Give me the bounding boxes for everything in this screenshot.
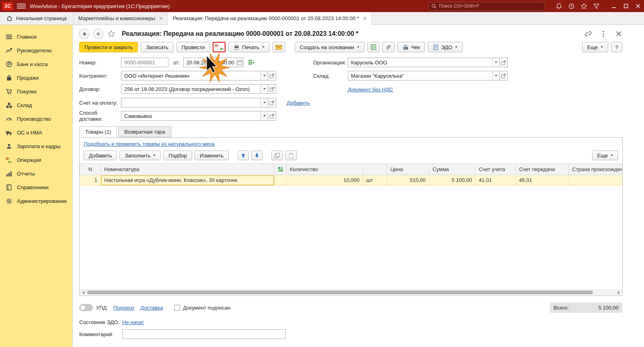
scrollbar-thumb[interactable]: [87, 291, 593, 294]
horizontal-scrollbar[interactable]: [80, 289, 622, 295]
fur-check-link[interactable]: Подобрать и проверить товары из натураль…: [84, 141, 214, 147]
document-signed-checkbox[interactable]: [174, 305, 180, 311]
cell-transfer-account[interactable]: 45.01: [516, 175, 569, 186]
cell-n[interactable]: 1: [80, 175, 101, 186]
search-input[interactable]: [439, 3, 542, 9]
tab-marketplaces[interactable]: Маркетплейсы и комиссионеры: [74, 12, 168, 25]
post-button[interactable]: Провести: [176, 42, 210, 52]
close-document-icon[interactable]: [615, 30, 622, 37]
grid-add-button[interactable]: Добавить: [84, 151, 117, 160]
grid-fill-button[interactable]: Заполнить: [119, 151, 161, 160]
delivery-link[interactable]: Доставка: [140, 305, 163, 311]
invoice-field[interactable]: [121, 98, 268, 107]
delivery-method-field[interactable]: Самовывоз: [121, 111, 268, 121]
maximize-button[interactable]: [620, 0, 632, 12]
help-button[interactable]: ?: [611, 42, 622, 52]
copy-rows-button[interactable]: [271, 151, 283, 160]
date-field[interactable]: 20.08.2023 14:00:00: [183, 58, 244, 67]
organization-dropdown-button[interactable]: [492, 58, 499, 67]
cell-sum[interactable]: 5 100,00: [429, 175, 476, 186]
grid-edit-button[interactable]: Изменить: [195, 151, 229, 160]
invoice-open-button[interactable]: [268, 98, 276, 107]
counterparty-field[interactable]: ООО «Интернет Решения»: [121, 71, 268, 81]
sidebar-item-pokupki[interactable]: Покупки: [0, 85, 72, 98]
receipt-button[interactable]: Чек: [397, 42, 425, 52]
main-menu-button[interactable]: [17, 2, 26, 10]
sidebar-item-zarplata-kadry[interactable]: Зарплата и кадры: [0, 139, 72, 153]
sidebar-item-administrirovanie[interactable]: Администрирование: [0, 194, 72, 208]
sidebar-item-otchety[interactable]: Отчеты: [0, 167, 72, 180]
col-transfer-account[interactable]: Счет передачи: [516, 164, 569, 175]
cell-marking[interactable]: [275, 175, 287, 186]
warehouse-field[interactable]: Магазин "Каруселька": [348, 71, 500, 81]
send-email-button[interactable]: [273, 42, 285, 52]
col-sum[interactable]: Сумма: [429, 164, 476, 175]
no-vat-link[interactable]: Документ без НДС: [348, 87, 393, 93]
scroll-right-button[interactable]: [615, 290, 622, 295]
tab-realization[interactable]: Реализация: Передача на реализацию 0000-…: [168, 12, 372, 25]
contract-field[interactable]: 256 от 19.08.2023 (Договор посреднически…: [121, 84, 268, 94]
col-qty[interactable]: Количество: [287, 164, 363, 175]
tab-close-icon[interactable]: [363, 17, 367, 20]
document-movements-icon[interactable]: [248, 59, 255, 66]
sidebar-item-os-nma[interactable]: ОС и НМА: [0, 126, 72, 139]
sidebar-item-prodazhi[interactable]: Продажи: [0, 71, 72, 85]
paste-rows-button[interactable]: [285, 151, 297, 160]
edo-state-link[interactable]: Не начат: [122, 319, 144, 325]
delivery-dropdown-button[interactable]: [260, 112, 268, 120]
post-and-close-button[interactable]: Провести и закрыть: [79, 42, 138, 52]
minimize-button[interactable]: [608, 0, 620, 12]
scroll-left-button[interactable]: [80, 290, 86, 295]
warehouse-open-button[interactable]: [500, 71, 508, 81]
organization-field[interactable]: Карусель ООО: [348, 58, 500, 67]
forward-button[interactable]: [93, 29, 103, 39]
comment-input[interactable]: [122, 329, 286, 339]
show-postings-dtkt-button[interactable]: Дт Кт: [213, 42, 226, 52]
col-unit[interactable]: [363, 164, 387, 175]
col-country[interactable]: Страна происхождения: [569, 164, 622, 175]
more-dots-icon[interactable]: [600, 30, 607, 37]
cell-nomenclature[interactable]: Настольная игра «Дублик-мини. Классик», …: [101, 175, 275, 186]
cell-qty[interactable]: 10,000: [287, 175, 363, 186]
notifications-bell-icon[interactable]: [556, 3, 562, 10]
signatures-link[interactable]: Подписи: [113, 305, 134, 311]
warehouse-dropdown-button[interactable]: [492, 71, 499, 80]
back-button[interactable]: [79, 29, 90, 39]
tools-funnel-icon[interactable]: [593, 3, 600, 10]
add-invoice-link[interactable]: Добавить: [287, 100, 310, 106]
cell-price[interactable]: 510,00: [387, 175, 429, 186]
sidebar-item-spravochniki[interactable]: Справочники: [0, 180, 72, 194]
counterparty-dropdown-button[interactable]: [260, 71, 268, 80]
grid-pick-button[interactable]: Подбор: [163, 151, 192, 160]
sidebar-item-bank-kassa[interactable]: Банк и касса: [0, 57, 72, 71]
col-n[interactable]: N: [80, 164, 101, 175]
delivery-open-button[interactable]: [268, 111, 276, 121]
calendar-button[interactable]: [236, 58, 243, 67]
number-field[interactable]: 0000-000001: [121, 58, 168, 67]
sidebar-item-rukovoditelyu[interactable]: Руководителю: [0, 43, 72, 57]
counterparty-open-button[interactable]: [268, 71, 276, 81]
col-account[interactable]: Счет учета: [476, 164, 516, 175]
move-row-down-button[interactable]: [251, 151, 263, 160]
favorite-star-icon[interactable]: [107, 30, 115, 38]
close-window-button[interactable]: [632, 0, 644, 12]
contract-open-button[interactable]: [268, 84, 276, 94]
move-row-up-button[interactable]: [238, 151, 249, 160]
cell-unit[interactable]: шт: [363, 175, 387, 186]
global-search[interactable]: [429, 2, 545, 10]
create-based-on-button[interactable]: Создать на основании: [295, 42, 365, 52]
grid-more-button[interactable]: Еще: [592, 151, 618, 160]
cell-account[interactable]: 41.01: [476, 175, 516, 186]
col-marking[interactable]: [275, 164, 287, 175]
upd-toggle[interactable]: [79, 304, 93, 311]
tab-home[interactable]: Начальная страница: [0, 12, 74, 25]
organization-open-button[interactable]: [500, 58, 508, 67]
sidebar-item-sklad[interactable]: Склад: [0, 98, 72, 112]
related-documents-button[interactable]: [367, 42, 379, 52]
tab-returnable-tare[interactable]: Возвратная тара: [118, 126, 171, 137]
attachments-button[interactable]: [382, 42, 394, 52]
col-nomenclature[interactable]: Номенклатура: [101, 164, 275, 175]
sidebar-item-operacii[interactable]: ДтКт Операции: [0, 153, 72, 167]
favorites-star-icon[interactable]: [580, 3, 587, 10]
edo-button[interactable]: ЭДО: [428, 42, 463, 52]
